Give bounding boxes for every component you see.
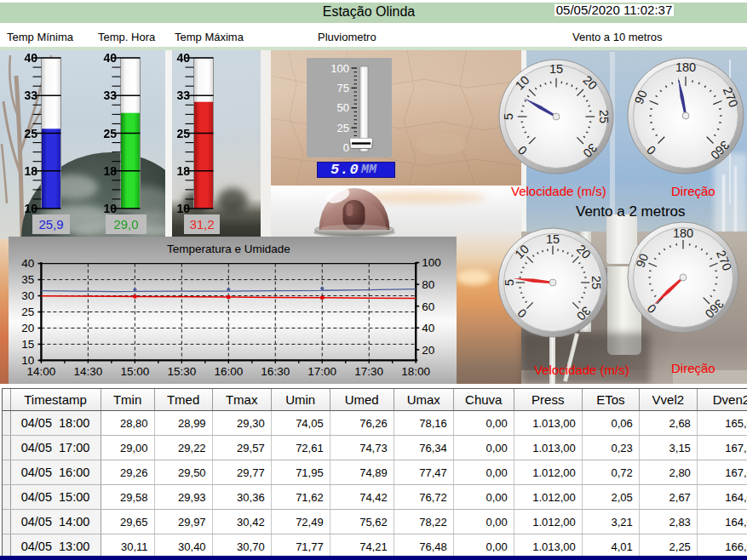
svg-text:40: 40 <box>103 51 117 65</box>
svg-text:18: 18 <box>24 164 37 178</box>
svg-text:5: 5 <box>503 279 516 286</box>
svg-text:10: 10 <box>24 202 37 215</box>
svg-text:17:30: 17:30 <box>354 365 383 378</box>
svg-text:33: 33 <box>24 89 37 102</box>
svg-text:40: 40 <box>21 257 34 270</box>
svg-text:18:00: 18:00 <box>401 365 430 378</box>
svg-text:14:30: 14:30 <box>73 365 102 378</box>
svg-text:25: 25 <box>176 127 190 140</box>
svg-text:Temperatura e Umidade: Temperatura e Umidade <box>167 243 290 255</box>
svg-text:5: 5 <box>502 113 515 120</box>
svg-text:15: 15 <box>549 62 563 76</box>
svg-text:80: 80 <box>422 278 434 291</box>
svg-text:16:30: 16:30 <box>261 365 290 378</box>
svg-text:16:00: 16:00 <box>214 365 243 378</box>
svg-text:180: 180 <box>673 226 693 240</box>
svg-text:25: 25 <box>24 127 37 140</box>
svg-text:60: 60 <box>422 300 434 313</box>
svg-text:25: 25 <box>597 110 611 123</box>
svg-text:20: 20 <box>422 344 434 357</box>
svg-text:33: 33 <box>176 89 190 102</box>
svg-text:25: 25 <box>337 122 349 134</box>
svg-text:25: 25 <box>21 306 34 318</box>
svg-text:40: 40 <box>176 51 190 65</box>
svg-text:14:00: 14:00 <box>27 365 56 378</box>
svg-text:10: 10 <box>176 202 190 215</box>
svg-text:35: 35 <box>21 273 34 286</box>
svg-text:75: 75 <box>337 82 349 94</box>
svg-text:100: 100 <box>422 256 441 269</box>
svg-text:15: 15 <box>21 338 34 351</box>
svg-text:15:00: 15:00 <box>120 365 149 378</box>
svg-text:20: 20 <box>21 322 34 334</box>
svg-text:50: 50 <box>337 101 349 114</box>
svg-text:10: 10 <box>103 202 117 215</box>
svg-text:25: 25 <box>103 127 117 140</box>
svg-text:18: 18 <box>176 164 190 178</box>
svg-text:180: 180 <box>675 60 696 74</box>
svg-text:18: 18 <box>103 164 117 178</box>
svg-text:33: 33 <box>103 89 117 102</box>
svg-text:15: 15 <box>546 232 560 246</box>
svg-text:30: 30 <box>21 289 34 302</box>
svg-text:40: 40 <box>422 322 434 334</box>
svg-text:25: 25 <box>589 276 603 289</box>
svg-text:15:30: 15:30 <box>167 365 196 378</box>
svg-text:17:00: 17:00 <box>307 365 336 378</box>
svg-text:40: 40 <box>24 51 37 65</box>
svg-text:0: 0 <box>343 141 349 154</box>
svg-text:100: 100 <box>330 62 349 75</box>
